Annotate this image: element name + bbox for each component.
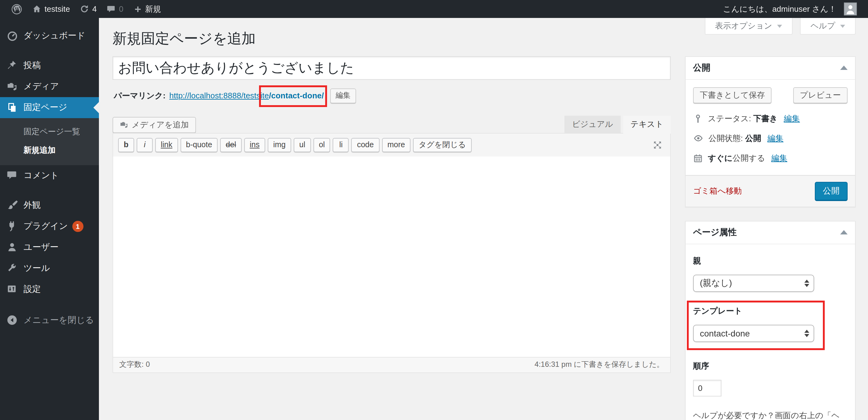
qt-del-button[interactable]: del [220, 138, 241, 152]
edit-schedule-link[interactable]: 編集 [771, 153, 787, 164]
admin-bar-new[interactable]: 新規 [128, 0, 166, 18]
screen-meta-links: 表示オプション ヘルプ [705, 18, 856, 35]
publish-postbox-header[interactable]: 公開 [686, 57, 855, 80]
calendar-icon [693, 153, 703, 163]
qt-ol-button[interactable]: ol [313, 138, 330, 152]
editor-textarea[interactable] [113, 156, 670, 357]
page-attributes-help-text: ヘルプが必要ですか？画面の右上の「ヘルプ」タブをご利用ください。 [693, 409, 847, 420]
schedule-bold: すぐに [708, 153, 733, 163]
qt-img-button[interactable]: img [268, 138, 291, 152]
permalink-edit-button[interactable]: 編集 [330, 88, 356, 103]
collapse-panel-icon[interactable] [840, 231, 847, 235]
status-text: ステータス: 下書き [708, 113, 778, 124]
parent-select[interactable]: (親なし) [693, 275, 814, 292]
qt-italic-button[interactable]: i [136, 138, 153, 152]
screen-options-tab[interactable]: 表示オプション [705, 18, 793, 35]
permalink-link[interactable]: http://localhost:8888/testsite/contact-d… [169, 91, 324, 100]
sidebar-item-label: ツール [24, 263, 50, 274]
admin-bar-account-menu[interactable]: こんにちは、adminuser さん！ [718, 0, 862, 18]
permalink-slug-text: /contact-done/ [269, 91, 324, 100]
submenu-item-add-new[interactable]: 新規追加 [0, 141, 99, 159]
sidebar-item-comments[interactable]: コメント [0, 165, 99, 186]
chevron-down-icon [777, 24, 782, 28]
template-select[interactable]: contact-done [693, 325, 814, 342]
sidebar-item-label: 外観 [24, 200, 41, 211]
sidebar-item-settings[interactable]: 設定 [0, 279, 99, 300]
sidebar-item-plugins[interactable]: プラグイン 1 [0, 216, 99, 237]
collapse-menu-button[interactable]: メニューを閉じる [0, 310, 99, 331]
page-attributes-body: 親 (親なし) テンプレート contact-done [686, 244, 855, 420]
schedule-text: すぐに公開する [708, 153, 765, 164]
sidebar-item-tools[interactable]: ツール [0, 258, 99, 279]
tab-text[interactable]: テキスト [623, 116, 671, 133]
plugin-icon [6, 220, 19, 233]
sidebar-item-posts[interactable]: 投稿 [0, 55, 99, 76]
preview-button[interactable]: プレビュー [793, 87, 847, 103]
page-attributes-title: ページ属性 [693, 227, 737, 238]
publish-button[interactable]: 公開 [815, 182, 847, 201]
save-draft-button[interactable]: 下書きとして保存 [693, 87, 772, 103]
wordpress-logo-menu[interactable] [6, 0, 27, 18]
editor-mode-tabs: ビジュアル テキスト [565, 116, 671, 133]
content-columns: パーマリンク: http://localhost:8888/testsite/c… [113, 56, 856, 420]
add-media-button[interactable]: メディアを追加 [113, 117, 196, 133]
add-media-icon [119, 120, 129, 129]
visibility-row: 公開状態: 公開 編集 [693, 133, 847, 144]
admin-bar-updates[interactable]: 4 [75, 0, 101, 18]
qt-more-button[interactable]: more [382, 138, 410, 152]
menu-separator [0, 186, 99, 195]
sidebar-item-users[interactable]: ユーザー [0, 237, 99, 258]
publish-body: 下書きとして保存 プレビュー ステータス: 下書き 編集 [686, 80, 855, 175]
permalink-row: パーマリンク: http://localhost:8888/testsite/c… [114, 87, 671, 104]
add-media-label: メディアを追加 [132, 119, 189, 130]
post-title-input[interactable] [113, 56, 671, 80]
page-attributes-header[interactable]: ページ属性 [686, 221, 855, 244]
media-icon [6, 81, 19, 93]
home-icon [32, 4, 41, 13]
publish-buttons-row: 下書きとして保存 プレビュー [693, 87, 847, 103]
chevron-down-icon [840, 24, 845, 28]
edit-visibility-link[interactable]: 編集 [768, 133, 784, 144]
edit-status-link[interactable]: 編集 [784, 113, 800, 124]
qt-li-button[interactable]: li [333, 138, 349, 152]
admin-bar-comments[interactable]: 0 [102, 0, 128, 18]
sidebar-item-label: プラグイン [24, 221, 68, 232]
qt-ins-button[interactable]: ins [244, 138, 265, 152]
move-to-trash-link[interactable]: ゴミ箱へ移動 [693, 186, 742, 197]
qt-ul-button[interactable]: ul [294, 138, 311, 152]
parent-label: 親 [693, 256, 847, 267]
permalink-slug: /contact-done/ [269, 91, 324, 100]
help-label: ヘルプ [810, 21, 835, 32]
wrench-icon [6, 262, 19, 275]
admin-bar: testsite 4 0 新規 [0, 0, 868, 18]
qt-close-tags-button[interactable]: タグを閉じる [413, 138, 471, 152]
qt-link-button[interactable]: link [155, 138, 178, 152]
tab-visual[interactable]: ビジュアル [565, 116, 621, 133]
fullscreen-icon[interactable] [653, 141, 662, 150]
collapse-panel-icon[interactable] [840, 66, 847, 70]
update-count: 4 [92, 4, 96, 13]
publish-title: 公開 [693, 62, 710, 73]
sidebar-item-media[interactable]: メディア [0, 76, 99, 97]
help-tab[interactable]: ヘルプ [800, 18, 856, 35]
sidebar-item-pages[interactable]: 固定ページ [0, 97, 99, 118]
admin-bar-site-menu[interactable]: testsite [27, 0, 75, 18]
submenu-item-all-pages[interactable]: 固定ページ一覧 [0, 122, 99, 141]
sidebar-item-appearance[interactable]: 外観 [0, 195, 99, 216]
qt-bold-button[interactable]: b [118, 138, 134, 152]
comments-icon [6, 170, 19, 182]
comment-count: 0 [119, 4, 123, 13]
pages-submenu: 固定ページ一覧 新規追加 [0, 118, 99, 165]
order-input[interactable] [693, 380, 721, 396]
collapse-menu-label: メニューを閉じる [24, 315, 94, 326]
status-label: ステータス: [708, 114, 751, 123]
site-name: testsite [44, 4, 70, 13]
qt-blockquote-button[interactable]: b-quote [181, 138, 218, 152]
greeting-text: こんにちは、adminuser さん！ [723, 3, 836, 14]
qt-code-button[interactable]: code [351, 138, 379, 152]
sidebar-item-dashboard[interactable]: ダッシュボード [0, 25, 99, 47]
plugin-update-badge: 1 [72, 221, 83, 232]
collapse-arrow-icon [6, 314, 19, 327]
select-stepper-icon [804, 279, 809, 287]
editor-tools: メディアを追加 ビジュアル テキスト [113, 116, 671, 133]
